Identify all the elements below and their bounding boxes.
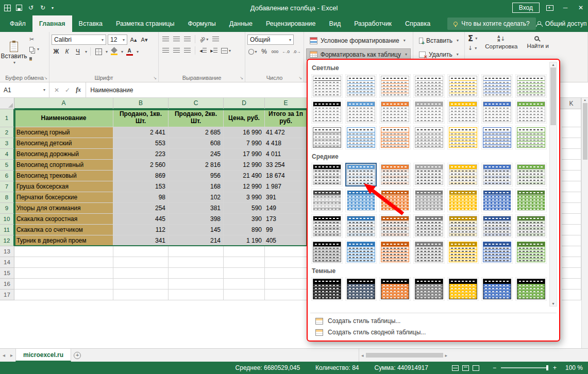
cell-A13[interactable] xyxy=(14,246,113,257)
normal-view-button[interactable] xyxy=(452,365,459,371)
cell-B6[interactable]: 869 xyxy=(113,171,169,181)
redo-button[interactable]: ↻ xyxy=(38,3,48,13)
cell-D6[interactable]: 21 490 xyxy=(224,171,265,181)
name-box[interactable]: A1▾ xyxy=(0,82,49,97)
cell-E14[interactable] xyxy=(265,257,307,268)
cell-B8[interactable]: 98 xyxy=(113,192,169,203)
borders-dropdown[interactable]: ▾ xyxy=(106,49,108,54)
enter-button[interactable]: ✓ xyxy=(65,87,70,94)
cell-K10[interactable] xyxy=(562,214,581,225)
cell-A3[interactable]: Велосипед детский xyxy=(14,138,113,149)
minimize-button[interactable]: ─ xyxy=(560,3,570,13)
cell-C14[interactable] xyxy=(169,257,224,268)
row-header-9[interactable]: 9 xyxy=(0,203,14,214)
table-style-light1-3[interactable] xyxy=(379,74,411,98)
cell-C11[interactable]: 145 xyxy=(169,225,224,235)
sheet-tab-microexcel[interactable]: microexcel.ru xyxy=(15,349,71,362)
align-right-button[interactable] xyxy=(182,46,192,55)
tab-главная[interactable]: Главная xyxy=(32,15,72,32)
table-style-light2-6[interactable] xyxy=(481,100,513,124)
increase-decimal-button[interactable]: ←.0 xyxy=(281,47,291,56)
cell-B15[interactable] xyxy=(113,268,169,279)
table-style-med4-1[interactable] xyxy=(311,240,343,264)
tab-разметка-страницы[interactable]: Разметка страницы xyxy=(109,15,181,32)
cell-B17[interactable] xyxy=(113,290,169,300)
cell-C9[interactable]: 381 xyxy=(169,203,224,214)
cell-K9[interactable] xyxy=(562,203,581,214)
gallery-scrollbar-thumb[interactable] xyxy=(550,67,556,125)
cell-E15[interactable] xyxy=(265,268,307,279)
cell-K3[interactable] xyxy=(562,138,581,149)
table-style-light1-5[interactable] xyxy=(447,74,479,98)
row-header-5[interactable]: 5 xyxy=(0,160,14,171)
table-style-light2-2[interactable] xyxy=(345,100,377,124)
cell-E12[interactable]: 405 xyxy=(265,235,307,246)
new-pivot-table-style-menu-item[interactable]: Создать стиль сводной таблицы... xyxy=(310,327,557,338)
undo-button[interactable]: ↺ xyxy=(26,3,36,13)
column-header-E[interactable]: E xyxy=(265,98,307,109)
table-style-dark-4[interactable] xyxy=(413,277,445,301)
paste-button[interactable]: Вставить ▾ xyxy=(2,33,26,73)
cell-E8[interactable]: 391 xyxy=(265,192,307,203)
cell-K11[interactable] xyxy=(562,225,581,235)
tab-разработчик[interactable]: Разработчик xyxy=(347,15,398,32)
cell-D10[interactable]: 390 xyxy=(224,214,265,225)
table-style-med3-4[interactable] xyxy=(413,214,445,238)
cell-A7[interactable]: Груша боксерская xyxy=(14,181,113,192)
copy-button[interactable]: ▾ xyxy=(28,45,40,53)
decrease-indent-button[interactable]: ◂ xyxy=(198,46,208,55)
cell-D2[interactable]: 16 990 xyxy=(224,127,265,138)
tab-вид[interactable]: Вид xyxy=(323,15,348,32)
cell-K16[interactable] xyxy=(562,279,581,290)
customize-qat-button[interactable]: ▾ xyxy=(49,3,56,13)
zoom-out-button[interactable]: − xyxy=(493,364,496,371)
table-style-med2-4[interactable] xyxy=(413,189,445,212)
number-dialog-launcher[interactable]: ↘ xyxy=(298,76,302,80)
cell-D9[interactable]: 590 xyxy=(224,203,265,214)
cell-D12[interactable]: 1 190 xyxy=(224,235,265,246)
cell-A4[interactable]: Велосипед дорожный xyxy=(14,149,113,160)
font-color-button[interactable]: А xyxy=(125,47,134,56)
cell-C4[interactable]: 245 xyxy=(169,149,224,160)
decrease-font-button[interactable]: А▾ xyxy=(140,35,149,44)
cell-D16[interactable] xyxy=(224,279,265,290)
sheet-nav-right-icon[interactable]: ▸ xyxy=(8,349,15,362)
cell-B5[interactable]: 2 560 xyxy=(113,160,169,171)
cell-D11[interactable]: 890 xyxy=(224,225,265,235)
tell-me-search[interactable]: Что вы хотите сделать? xyxy=(447,18,536,30)
font-color-dropdown[interactable]: ▾ xyxy=(137,49,139,54)
cell-C15[interactable] xyxy=(169,268,224,279)
cell-A15[interactable] xyxy=(14,268,113,279)
table-style-light3-4[interactable] xyxy=(413,126,445,149)
decrease-decimal-button[interactable]: .0→ xyxy=(292,47,301,56)
align-center-button[interactable] xyxy=(172,46,181,55)
row-header-4[interactable]: 4 xyxy=(0,149,14,160)
align-left-button[interactable] xyxy=(161,46,170,55)
cell-K5[interactable] xyxy=(562,160,581,171)
cell-K7[interactable] xyxy=(562,181,581,192)
table-style-med3-5[interactable] xyxy=(447,214,479,238)
table-style-med2-3[interactable] xyxy=(379,189,411,212)
cell-B14[interactable] xyxy=(113,257,169,268)
cell-E10[interactable]: 173 xyxy=(265,214,307,225)
cell-C10[interactable]: 398 xyxy=(169,214,224,225)
italic-button[interactable]: К xyxy=(62,47,72,56)
fill-color-dropdown[interactable]: ▾ xyxy=(121,49,123,54)
fill-color-button[interactable] xyxy=(109,47,119,56)
table-style-med2-6[interactable] xyxy=(481,189,513,212)
cell-A12[interactable]: Турник в дверной проем xyxy=(14,235,113,246)
cell-A1[interactable]: Наименование xyxy=(14,109,113,127)
cell-C12[interactable]: 214 xyxy=(169,235,224,246)
cell-C17[interactable] xyxy=(169,290,224,300)
cell-A14[interactable] xyxy=(14,257,113,268)
row-header-16[interactable]: 16 xyxy=(0,279,14,290)
cell-E17[interactable] xyxy=(265,290,307,300)
zoom-slider-thumb[interactable] xyxy=(546,365,548,370)
gallery-scrollbar[interactable]: ▴ ▾ xyxy=(549,62,557,307)
table-style-med3-2[interactable] xyxy=(345,214,377,238)
cell-A17[interactable] xyxy=(14,290,113,300)
table-style-light2-5[interactable] xyxy=(447,100,479,124)
cell-B7[interactable]: 153 xyxy=(113,181,169,192)
cell-A16[interactable] xyxy=(14,279,113,290)
add-sheet-button[interactable]: + xyxy=(71,349,83,362)
